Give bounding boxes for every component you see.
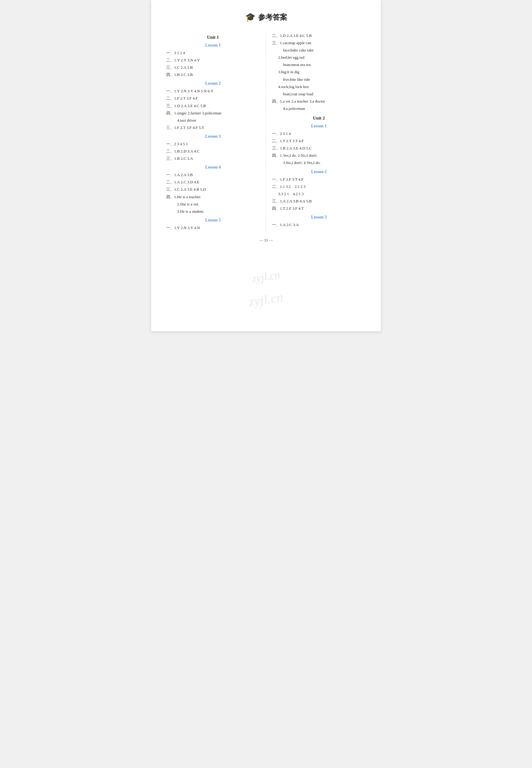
answer-line: 一、1.A 2.C 3.A: [272, 222, 366, 228]
answer-line: 4.a policeman: [272, 105, 366, 112]
answer-line: 五、1.F 2.T 3.F 4.F 5.T: [166, 124, 260, 131]
answer-line: 3.big;it in dig: [272, 69, 366, 75]
answer-line: 4.taxi driver: [166, 117, 260, 124]
answer-line: 四、1.singer 2.farmer 3.policeman: [166, 110, 260, 116]
answer-line: 二、1.1 3 2 2.1 2 3: [272, 183, 366, 190]
answer-line: 3.He is a student.: [166, 208, 260, 215]
u2-lesson3-title: Lesson 3: [272, 215, 366, 220]
answer-line: 三、1.B 2.A 3.E 4.D 5.C: [272, 145, 366, 151]
unit1-title: Unit 1: [166, 35, 260, 40]
content-area: Unit 1 Lesson 1 一、3 1 2 4 二、1.Y 2.Y 3.N …: [166, 31, 366, 232]
answer-line: 二、1.D 2.A 3.E 4.C 5.B: [272, 32, 366, 39]
watermark2: zyjl.cn: [248, 289, 284, 309]
answer-line: 2.She is a vet.: [166, 201, 260, 208]
answer-line: 三、1.C 2.A 3.B: [166, 64, 260, 71]
u2-lesson2-title: Lesson 2: [272, 169, 366, 174]
answer-line: 二、1.F 2.T 3.F 4.F: [166, 95, 260, 102]
page: 🎓 参考答案 Unit 1 Lesson 1 一、3 1 2 4 二、1.Y 2…: [151, 0, 381, 331]
answer-line: 四、1.Yes,I do. 2.No,I don't.: [272, 152, 366, 159]
answer-line: 3.3 2 1 4.2 1 3: [272, 190, 366, 197]
answer-line: 四、1.a vet 2.a teacher 3.a doctor: [272, 98, 366, 105]
answer-line: 二、1.Y 2.Y 3.N 4.Y: [166, 57, 260, 63]
answer-line: 三、1.D 2.A 3.E 4.C 5.B: [166, 102, 260, 109]
answer-line: 三、1.A 2.A 3.B 4.A 5.B: [272, 198, 366, 205]
lesson1-title: Lesson 1: [166, 43, 260, 48]
answer-line: bean;meat sea tea: [272, 61, 366, 68]
lesson2-title: Lesson 2: [166, 81, 260, 86]
lesson3-title: Lesson 3: [166, 134, 260, 139]
unit2-title: Unit 2: [272, 115, 366, 121]
answer-line: 一、2 3 4 5 1: [166, 141, 260, 147]
answer-line: 二、1.T 2.T 3.T 4.F: [272, 138, 366, 144]
answer-line: 一、1.Y 2.N 3.Y 4.N: [166, 225, 260, 231]
answer-line: 二、1.B 2.D 3.A 4.C: [166, 148, 260, 154]
header-title: 参考答案: [258, 12, 287, 22]
answer-line: five;bite like ride: [272, 76, 366, 83]
answer-line: 4.sock;log lock box: [272, 83, 366, 90]
answer-line: 二、1.A 2.C 3.D 4.E: [166, 179, 260, 185]
answer-line: 三、1.C 2.A 3.E 4.B 5.D: [166, 186, 260, 193]
page-header: 🎓 参考答案: [166, 12, 366, 22]
answer-line: face;bake cake take: [272, 47, 366, 54]
left-column: Unit 1 Lesson 1 一、3 1 2 4 二、1.Y 2.Y 3.N …: [166, 31, 266, 232]
page-number: — 33 —: [166, 238, 366, 243]
answer-line: 三、1.B 2.C 3.A: [166, 155, 260, 162]
answer-line: 一、1.F 2.F 3.T 4.F: [272, 176, 366, 183]
answer-line: 三、1.cat;map apple can: [272, 40, 366, 46]
answer-line: 四、1.T 2.F 3.F 4.T: [272, 205, 366, 212]
answer-line: 3.No,I don't. 4.Yes,I do.: [272, 159, 366, 166]
lesson4-title: Lesson 4: [166, 165, 260, 170]
answer-line: 四、1.He is a teacher.: [166, 194, 260, 200]
u2-lesson1-title: Lesson 1: [272, 124, 366, 128]
answer-line: 一、1.Y 2.N 3.Y 4.N 5.N 6.Y: [166, 88, 260, 94]
watermark1: zyjl.cn: [251, 269, 281, 285]
answer-line: 一、2 3 1 4: [272, 130, 366, 137]
header-icon: 🎓: [245, 12, 256, 22]
answer-line: 四、1.B 2.C 3.B: [166, 71, 260, 78]
answer-line: boat;coat soap load: [272, 91, 366, 97]
right-column: 二、1.D 2.A 3.E 4.C 5.B 三、1.cat;map apple …: [266, 31, 366, 232]
answer-line: 一、1.A 2.A 3.B: [166, 171, 260, 178]
answer-line: 2.bed;let egg red: [272, 54, 366, 61]
answer-line: 一、3 1 2 4: [166, 50, 260, 56]
lesson5-title: Lesson 5: [166, 218, 260, 223]
